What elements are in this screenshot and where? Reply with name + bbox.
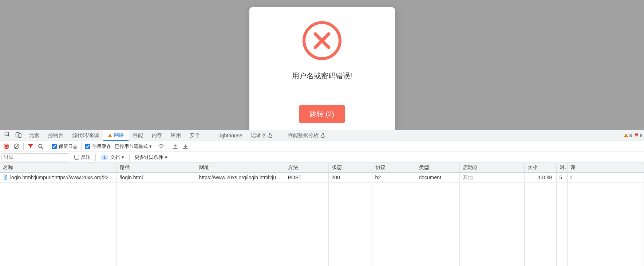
- svg-point-13: [39, 144, 42, 148]
- request-url: https://www.20xs.org/login.html?ju...: [196, 173, 285, 183]
- col-header-status[interactable]: 状态: [328, 163, 372, 173]
- flask-icon: [320, 133, 325, 138]
- tab-recorder[interactable]: 记录器: [246, 130, 277, 141]
- device-toolbar-icon[interactable]: [15, 132, 22, 139]
- svg-rect-6: [625, 134, 626, 136]
- download-har-icon[interactable]: [182, 143, 189, 150]
- svg-rect-3: [19, 134, 21, 138]
- col-header-initiator[interactable]: 启动器: [459, 163, 524, 173]
- tab-memory[interactable]: 内存: [147, 130, 166, 141]
- filter-toggle-icon[interactable]: [27, 143, 34, 150]
- errors-count[interactable]: 8: [634, 133, 643, 138]
- disable-cache-checkbox[interactable]: 停用缓存: [85, 143, 111, 150]
- more-filters-dropdown[interactable]: 更多过滤条件 ▾: [135, 154, 167, 161]
- throttling-dropdown[interactable]: 已停用节流模式 ▾: [115, 143, 152, 150]
- error-circle-x-icon: [301, 20, 343, 62]
- tab-performance[interactable]: 性能: [129, 130, 147, 141]
- col-header-path[interactable]: 路径: [116, 163, 196, 173]
- svg-rect-10: [5, 145, 8, 148]
- request-status: 200: [328, 173, 372, 183]
- warning-triangle-icon: [624, 133, 628, 138]
- chevron-down-icon: ▾: [165, 154, 167, 160]
- chevron-down-icon: ▾: [149, 144, 152, 149]
- network-table-wrap: 名称 路径 网址 方法 状态 协议 类型 启动器 大小 时.. 瀑: [0, 163, 644, 266]
- inspect-icon[interactable]: [4, 132, 11, 139]
- tab-sources[interactable]: 源代码/来源: [68, 130, 103, 141]
- request-size: 1.0 kB: [524, 173, 556, 183]
- upload-har-icon[interactable]: [172, 143, 178, 150]
- svg-rect-8: [635, 133, 635, 137]
- warnings-count[interactable]: 8: [624, 133, 632, 138]
- col-header-waterfall[interactable]: 瀑: [567, 163, 644, 173]
- preserve-log-checkbox[interactable]: 保留日志: [52, 143, 78, 150]
- col-header-type[interactable]: 类型: [416, 163, 459, 173]
- tab-application[interactable]: 应用: [166, 130, 185, 141]
- tab-security[interactable]: 安全: [185, 130, 204, 141]
- col-header-method[interactable]: 方法: [285, 163, 328, 173]
- invert-checkbox[interactable]: 反转: [74, 154, 90, 161]
- request-name: login.html?jumpurl=https://www.20xs.org/…: [10, 175, 113, 180]
- col-header-time[interactable]: 时..: [556, 163, 567, 173]
- svg-line-14: [42, 147, 43, 149]
- tab-performance-insights[interactable]: 性能数据分析: [284, 130, 329, 141]
- network-filter-bar: 反转 1 文档 ▾ 更多过滤条件 ▾: [0, 152, 644, 163]
- table-row[interactable]: login.html?jumpurl=https://www.20xs.org/…: [0, 173, 644, 183]
- error-modal: 用户名或密码错误! 跳转 (2): [249, 7, 395, 134]
- svg-rect-19: [570, 176, 572, 179]
- network-toolbar: 保留日志 停用缓存 已停用节流模式 ▾: [0, 141, 644, 152]
- request-waterfall-cell: [567, 173, 644, 183]
- jump-button[interactable]: 跳转 (2): [299, 105, 345, 123]
- network-request-table: 名称 路径 网址 方法 状态 协议 类型 启动器 大小 时.. 瀑: [0, 163, 644, 266]
- col-header-protocol[interactable]: 协议: [372, 163, 416, 173]
- svg-rect-4: [110, 134, 110, 136]
- error-flag-icon: [634, 133, 639, 138]
- svg-rect-7: [625, 136, 626, 137]
- clear-button-icon[interactable]: [13, 143, 20, 150]
- filter-count-pill: 1: [101, 155, 108, 160]
- svg-line-12: [15, 145, 18, 148]
- devtools-panel: 元素 控制台 源代码/来源 网络 性能 内存 应用 安全 Lighthouse …: [0, 130, 644, 266]
- request-path: /login.html: [116, 173, 196, 183]
- request-protocol: h2: [372, 173, 416, 183]
- col-header-url[interactable]: 网址: [196, 163, 285, 173]
- request-method: POST: [285, 173, 328, 183]
- col-header-name[interactable]: 名称: [0, 163, 116, 173]
- flask-icon: [268, 133, 273, 138]
- document-file-icon: [3, 175, 8, 181]
- tab-console[interactable]: 控制台: [44, 130, 68, 141]
- table-header-row: 名称 路径 网址 方法 状态 协议 类型 启动器 大小 时.. 瀑: [0, 163, 644, 173]
- network-conditions-icon[interactable]: [158, 143, 164, 150]
- svg-rect-5: [110, 136, 110, 136]
- warning-triangle-icon: [108, 133, 112, 137]
- request-initiator: 其他: [459, 173, 524, 183]
- tab-lighthouse[interactable]: Lighthouse: [213, 130, 247, 141]
- request-time: 5...: [556, 173, 567, 183]
- tab-elements[interactable]: 元素: [25, 130, 44, 141]
- col-header-size[interactable]: 大小: [524, 163, 556, 173]
- devtools-tab-bar: 元素 控制台 源代码/来源 网络 性能 内存 应用 安全 Lighthouse …: [0, 130, 644, 141]
- tab-network[interactable]: 网络: [103, 130, 129, 141]
- svg-point-15: [161, 148, 161, 149]
- record-button-icon[interactable]: [3, 143, 9, 150]
- request-type: document: [416, 173, 459, 183]
- document-type-filter[interactable]: 1 文档 ▾: [101, 154, 124, 161]
- search-icon[interactable]: [37, 143, 44, 150]
- error-message-text: 用户名或密码错误!: [292, 71, 352, 81]
- filter-input[interactable]: [1, 153, 69, 161]
- page-content-area: 用户名或密码错误! 跳转 (2): [0, 0, 644, 130]
- chevron-down-icon: ▾: [122, 154, 124, 160]
